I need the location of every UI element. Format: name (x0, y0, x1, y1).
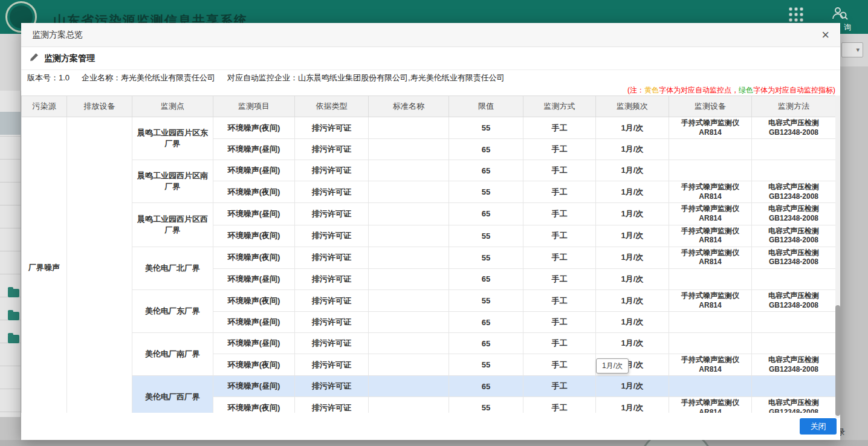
cell-standard-name[interactable] (369, 203, 449, 225)
cell-monitor-item[interactable]: 环境噪声(夜间) (213, 289, 295, 311)
cell-monitor-point[interactable]: 美伦电厂东厂界 (132, 289, 213, 332)
cell-monitor-device[interactable] (669, 268, 752, 289)
cell-monitor-frequency[interactable]: 1月/次 (596, 312, 669, 333)
cell-standard-name[interactable] (369, 160, 449, 181)
cell-limit-value[interactable]: 65 (449, 139, 523, 160)
cell-monitor-mode[interactable]: 手工 (523, 139, 596, 160)
cell-monitor-method[interactable] (752, 268, 836, 289)
cell-basis-type[interactable]: 排污许可证 (295, 376, 369, 397)
cell-basis-type[interactable]: 排污许可证 (295, 160, 369, 181)
table-row[interactable]: 美伦电厂北厂界环境噪声(夜间)排污许可证55手工1月/次手持式噪声监测仪 AR8… (22, 247, 836, 268)
cell-monitor-device[interactable] (669, 160, 752, 181)
cell-monitor-device[interactable]: 手持式噪声监测仪 AR814 (669, 247, 752, 268)
cell-monitor-mode[interactable]: 手工 (523, 397, 596, 413)
cell-monitor-method[interactable] (752, 333, 836, 354)
cell-basis-type[interactable]: 排污许可证 (295, 181, 369, 203)
cell-standard-name[interactable] (369, 354, 449, 376)
cell-monitor-point[interactable]: 晨鸣工业园西片区南厂界 (132, 160, 213, 203)
cell-monitor-point[interactable]: 美伦电厂西厂界 (132, 376, 213, 413)
cell-monitor-method[interactable]: 电容式声压检测 GB12348-2008 (752, 181, 836, 203)
cell-limit-value[interactable]: 65 (449, 268, 523, 289)
cell-monitor-item[interactable]: 环境噪声(昼间) (213, 312, 295, 333)
cell-monitor-device[interactable]: 手持式噪声监测仪 AR814 (669, 354, 752, 376)
cell-limit-value[interactable]: 55 (449, 397, 523, 413)
cell-standard-name[interactable] (369, 333, 449, 354)
cell-monitor-device[interactable] (669, 376, 752, 397)
cell-monitor-mode[interactable]: 手工 (523, 203, 596, 225)
cell-monitor-method[interactable]: 电容式声压检测 GB12348-2008 (752, 397, 836, 413)
cell-monitor-mode[interactable]: 手工 (523, 333, 596, 354)
cell-limit-value[interactable]: 55 (449, 181, 523, 203)
table-row[interactable]: 美伦电厂南厂界环境噪声(昼间)排污许可证65手工1月/次 (22, 333, 836, 354)
cell-basis-type[interactable]: 排污许可证 (295, 268, 369, 289)
table-row[interactable]: 美伦电厂东厂界环境噪声(夜间)排污许可证55手工1月/次手持式噪声监测仪 AR8… (22, 289, 836, 311)
cell-monitor-item[interactable]: 环境噪声(昼间) (213, 139, 295, 160)
cell-monitor-frequency[interactable]: 1月/次 (596, 160, 669, 181)
cell-limit-value[interactable]: 55 (449, 289, 523, 311)
cell-monitor-frequency[interactable]: 1月/次 (596, 268, 669, 289)
cell-limit-value[interactable]: 55 (449, 225, 523, 247)
cell-monitor-frequency[interactable]: 1月/次 (596, 247, 669, 268)
cell-standard-name[interactable] (369, 397, 449, 413)
cell-limit-value[interactable]: 65 (449, 160, 523, 181)
cell-basis-type[interactable]: 排污许可证 (295, 117, 369, 139)
cell-standard-name[interactable] (369, 225, 449, 247)
cell-monitor-item[interactable]: 环境噪声(夜间) (213, 247, 295, 268)
cell-monitor-method[interactable] (752, 376, 836, 397)
cell-monitor-method[interactable]: 电容式声压检测 GB12348-2008 (752, 289, 836, 311)
cell-limit-value[interactable]: 55 (449, 354, 523, 376)
cell-emission-equipment[interactable] (67, 117, 132, 413)
cell-basis-type[interactable]: 排污许可证 (295, 333, 369, 354)
cell-monitor-device[interactable]: 手持式噪声监测仪 AR814 (669, 181, 752, 203)
cell-monitor-frequency[interactable]: 1月/次 (596, 333, 669, 354)
cell-monitor-frequency[interactable]: 1月/次 (596, 181, 669, 203)
cell-basis-type[interactable]: 排污许可证 (295, 354, 369, 376)
cell-monitor-frequency[interactable]: 1月/次 (596, 139, 669, 160)
cell-monitor-device[interactable] (669, 333, 752, 354)
cell-monitor-device[interactable]: 手持式噪声监测仪 AR814 (669, 225, 752, 247)
scrollbar-track[interactable] (835, 95, 840, 418)
cell-basis-type[interactable]: 排污许可证 (295, 247, 369, 268)
cell-monitor-device[interactable]: 手持式噪声监测仪 AR814 (669, 289, 752, 311)
cell-monitor-mode[interactable]: 手工 (523, 225, 596, 247)
cell-monitor-mode[interactable]: 手工 (523, 181, 596, 203)
cell-monitor-item[interactable]: 环境噪声(夜间) (213, 117, 295, 139)
cell-monitor-frequency[interactable]: 1月/次 (596, 225, 669, 247)
close-icon[interactable]: × (821, 29, 829, 41)
cell-monitor-mode[interactable]: 手工 (523, 247, 596, 268)
cell-monitor-mode[interactable]: 手工 (523, 289, 596, 311)
cell-monitor-mode[interactable]: 手工 (523, 117, 596, 139)
cell-monitor-point[interactable]: 美伦电厂北厂界 (132, 247, 213, 289)
cell-basis-type[interactable]: 排污许可证 (295, 312, 369, 333)
cell-standard-name[interactable] (369, 181, 449, 203)
cell-limit-value[interactable]: 65 (449, 203, 523, 225)
cell-monitor-device[interactable] (669, 139, 752, 160)
cell-monitor-mode[interactable]: 手工 (523, 354, 596, 376)
cell-monitor-mode[interactable]: 手工 (523, 268, 596, 289)
cell-basis-type[interactable]: 排污许可证 (295, 139, 369, 160)
cell-standard-name[interactable] (369, 289, 449, 311)
cell-monitor-method[interactable]: 电容式声压检测 GB12348-2008 (752, 354, 836, 376)
cell-monitor-frequency[interactable]: 1月/次 (596, 376, 669, 397)
cell-standard-name[interactable] (369, 376, 449, 397)
cell-limit-value[interactable]: 65 (449, 376, 523, 397)
scrollbar-thumb[interactable] (835, 305, 840, 416)
cell-monitor-item[interactable]: 环境噪声(夜间) (213, 181, 295, 203)
cell-limit-value[interactable]: 55 (449, 247, 523, 268)
cell-monitor-frequency[interactable]: 1月/次 (596, 203, 669, 225)
cell-monitor-frequency[interactable]: 1月/次 (596, 117, 669, 139)
cell-monitor-item[interactable]: 环境噪声(昼间) (213, 203, 295, 225)
cell-monitor-device[interactable]: 手持式噪声监测仪 AR814 (669, 117, 752, 139)
table-row[interactable]: 厂界噪声晨鸣工业园西片区东厂界环境噪声(夜间)排污许可证55手工1月/次手持式噪… (22, 117, 836, 139)
cell-basis-type[interactable]: 排污许可证 (295, 397, 369, 413)
cell-monitor-point[interactable]: 美伦电厂南厂界 (132, 333, 213, 376)
cell-limit-value[interactable]: 65 (449, 333, 523, 354)
cell-standard-name[interactable] (369, 268, 449, 289)
close-button[interactable]: 关闭 (800, 418, 837, 435)
cell-basis-type[interactable]: 排污许可证 (295, 225, 369, 247)
cell-monitor-item[interactable]: 环境噪声(昼间) (213, 333, 295, 354)
cell-monitor-mode[interactable]: 手工 (523, 160, 596, 181)
cell-standard-name[interactable] (369, 247, 449, 268)
table-row[interactable]: 美伦电厂西厂界环境噪声(昼间)排污许可证65手工1月/次 (22, 376, 836, 397)
cell-monitor-point[interactable]: 晨鸣工业园西片区西厂界 (132, 203, 213, 247)
